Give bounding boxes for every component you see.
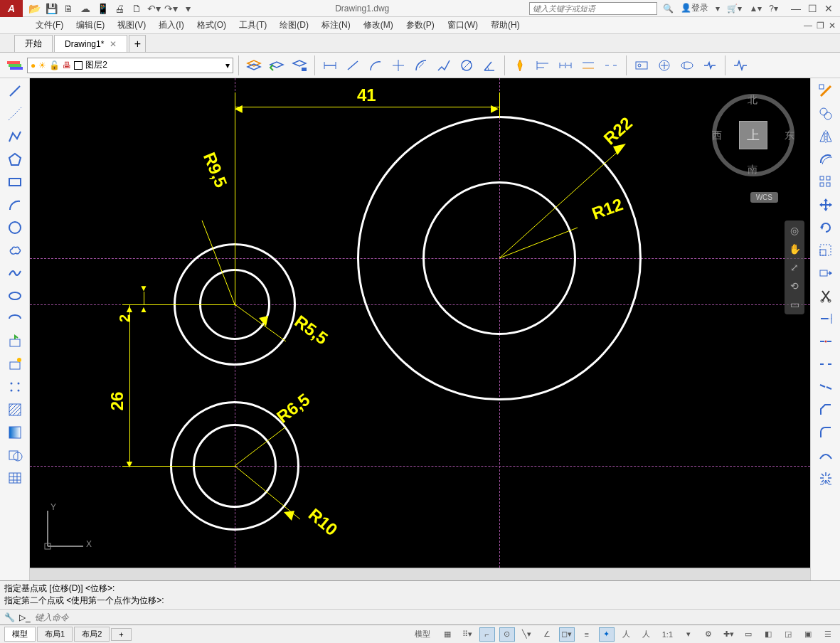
- menu-tools[interactable]: 工具(T): [239, 19, 267, 31]
- cloud-save-icon[interactable]: ☁: [78, 1, 92, 16]
- status-scale-label[interactable]: 1:1: [659, 627, 676, 642]
- extend-tool-icon[interactable]: [815, 309, 836, 329]
- polyline-tool-icon[interactable]: [4, 127, 26, 147]
- save-icon[interactable]: 💾: [44, 1, 58, 16]
- status-grid-icon[interactable]: ▦: [440, 627, 455, 642]
- command-input[interactable]: [35, 612, 836, 622]
- rotate-tool-icon[interactable]: [815, 218, 836, 238]
- cmd-config-icon[interactable]: 🔧: [4, 612, 15, 622]
- tab-drawing1[interactable]: Drawing1* ✕: [54, 35, 127, 52]
- menu-file[interactable]: 文件(F): [36, 19, 63, 31]
- menu-help[interactable]: 帮助(H): [491, 19, 520, 31]
- layer-previous-icon[interactable]: [267, 55, 287, 75]
- menu-draw[interactable]: 绘图(D): [280, 19, 309, 31]
- gradient-tool-icon[interactable]: [4, 423, 26, 442]
- status-model-button[interactable]: 模型: [410, 627, 435, 642]
- table-tool-icon[interactable]: [4, 468, 26, 488]
- menu-modify[interactable]: 修改(M): [363, 19, 393, 31]
- menu-window[interactable]: 窗口(W): [447, 19, 478, 31]
- join-tool-icon[interactable]: [815, 377, 836, 397]
- status-osnap-icon[interactable]: ◻▾: [559, 627, 575, 642]
- exchange-icon[interactable]: 🛒▾: [727, 4, 742, 14]
- status-scale-dropdown-icon[interactable]: ▾: [681, 627, 696, 642]
- user-icon[interactable]: 👤登录: [681, 2, 708, 14]
- status-plus-icon[interactable]: ✚▾: [721, 627, 736, 642]
- search-input[interactable]: [529, 2, 657, 15]
- nav-orbit-icon[interactable]: ⟲: [790, 280, 799, 292]
- dim-break-icon[interactable]: [601, 55, 621, 75]
- viewcube-east[interactable]: 东: [785, 129, 794, 142]
- status-isolate-icon[interactable]: ◲: [780, 627, 796, 642]
- redo-icon[interactable]: ↷▾: [164, 1, 178, 16]
- nav-wheel-icon[interactable]: ◎: [790, 225, 799, 236]
- offset-tool-icon[interactable]: [815, 149, 836, 169]
- layout-tab-2[interactable]: 布局2: [74, 627, 110, 642]
- break-point-tool-icon[interactable]: [815, 331, 836, 351]
- chamfer-tool-icon[interactable]: [815, 400, 836, 420]
- nav-pan-icon[interactable]: ✋: [789, 243, 801, 255]
- maximize-icon[interactable]: ☐: [808, 3, 817, 14]
- insert-block-tool-icon[interactable]: [4, 331, 26, 351]
- app-logo[interactable]: A: [0, 0, 23, 17]
- menu-dimension[interactable]: 标注(N): [321, 19, 351, 31]
- region-tool-icon[interactable]: [4, 445, 26, 465]
- layout-tab-model[interactable]: 模型: [4, 627, 36, 642]
- dim-space-icon[interactable]: [578, 55, 598, 75]
- horizontal-scrollbar[interactable]: [30, 568, 810, 580]
- layer-match-icon[interactable]: [289, 55, 309, 75]
- tab-new-icon[interactable]: +: [129, 35, 146, 52]
- hatch-tool-icon[interactable]: [4, 400, 26, 420]
- dim-continue-icon[interactable]: [555, 55, 575, 75]
- status-custom-icon[interactable]: ☰: [820, 627, 836, 642]
- status-iso-icon[interactable]: ╲▾: [519, 627, 535, 642]
- inspect-icon[interactable]: [677, 55, 697, 75]
- menu-insert[interactable]: 插入(I): [159, 19, 184, 31]
- center-mark-icon[interactable]: [654, 55, 674, 75]
- drawing-canvas[interactable]: ◀ ▶ 41 ▲ ▼ 26 ▼ ▲ 2: [30, 78, 810, 568]
- menu-format[interactable]: 格式(O): [197, 19, 226, 31]
- erase-tool-icon[interactable]: [815, 81, 836, 101]
- help-icon[interactable]: ?▾: [769, 4, 778, 14]
- status-lwt-icon[interactable]: ≡: [579, 627, 595, 642]
- status-dyn-icon[interactable]: ✦: [599, 627, 615, 642]
- line-tool-icon[interactable]: [4, 81, 26, 101]
- open-icon[interactable]: 📂: [27, 1, 41, 16]
- arc-tool-icon[interactable]: [4, 195, 26, 215]
- rectangle-tool-icon[interactable]: [4, 172, 26, 192]
- mdi-minimize-icon[interactable]: —: [804, 21, 812, 31]
- layer-state-icon[interactable]: [244, 55, 264, 75]
- dim-radius-icon[interactable]: [411, 55, 431, 75]
- dim-quick-icon[interactable]: [510, 55, 530, 75]
- nav-showmotion-icon[interactable]: ▭: [790, 299, 799, 310]
- status-tpy-icon[interactable]: 人: [619, 627, 634, 642]
- copy-tool-icon[interactable]: [815, 104, 836, 124]
- status-qp-icon[interactable]: ▭: [740, 627, 756, 642]
- dim-arc-icon[interactable]: [366, 55, 386, 75]
- tab-close-icon[interactable]: ✕: [110, 39, 117, 49]
- tab-start[interactable]: 开始: [14, 35, 53, 52]
- mdi-restore-icon[interactable]: ❐: [817, 21, 824, 31]
- status-ortho-icon[interactable]: ⌐: [479, 627, 495, 642]
- jog-line-icon[interactable]: [700, 55, 720, 75]
- status-gear-icon[interactable]: ⚙: [701, 627, 716, 642]
- dim-ordinate-icon[interactable]: [388, 55, 408, 75]
- mirror-tool-icon[interactable]: [815, 127, 836, 147]
- blend-tool-icon[interactable]: [815, 445, 836, 465]
- dim-aligned-icon[interactable]: [343, 55, 363, 75]
- xline-tool-icon[interactable]: [4, 104, 26, 124]
- menu-edit[interactable]: 编辑(E): [76, 19, 105, 31]
- dropdown-icon[interactable]: ▾: [716, 4, 720, 14]
- minimize-icon[interactable]: —: [791, 3, 801, 14]
- status-ui-icon[interactable]: ◧: [760, 627, 776, 642]
- circle-tool-icon[interactable]: [4, 218, 26, 238]
- dim-angular-icon[interactable]: [479, 55, 499, 75]
- tolerance-icon[interactable]: [632, 55, 652, 75]
- saveas-icon[interactable]: 🗎: [61, 1, 75, 16]
- break-tool-icon[interactable]: [815, 354, 836, 374]
- layout-tab-1[interactable]: 布局1: [37, 627, 73, 642]
- close-icon[interactable]: ✕: [824, 3, 833, 14]
- ellipse-tool-icon[interactable]: [4, 286, 26, 306]
- dim-linear-icon[interactable]: [320, 55, 340, 75]
- workspace-icon[interactable]: ▾: [181, 1, 195, 16]
- mdi-close-icon[interactable]: ✕: [829, 21, 836, 31]
